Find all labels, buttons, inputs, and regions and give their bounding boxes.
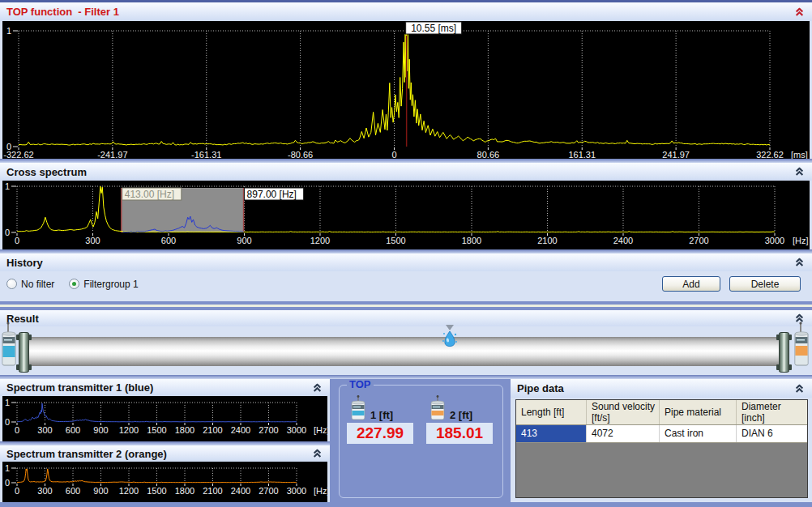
svg-text:2100: 2100	[203, 486, 222, 496]
leak-correlator-window: TOP function - Filter 1 10.55 [ms]-322.6…	[0, 0, 812, 507]
svg-text:2700: 2700	[259, 425, 278, 435]
distance-2-value: 185.01	[426, 423, 493, 444]
svg-text:2400: 2400	[613, 236, 633, 245]
column-header-pipe-material: Pipe material	[660, 400, 737, 424]
svg-text:600: 600	[66, 425, 80, 435]
svg-text:10.55 [ms]: 10.55 [ms]	[411, 23, 456, 34]
svg-text:1: 1	[5, 463, 10, 473]
collapse-spectrum1-icon[interactable]	[313, 383, 322, 392]
pipe-data-panel: Pipe data Length [ft] Sound velocity[ft/…	[511, 379, 812, 502]
cross-spectrum-chart[interactable]: 413.00 [Hz]897.00 [Hz]030060090012001500…	[2, 181, 810, 249]
radio-circle-checked	[69, 279, 79, 289]
top-function-chart[interactable]: 10.55 [ms]-322.62-241.97-161.31-80.66080…	[2, 21, 810, 159]
collapse-spectrum2-icon[interactable]	[313, 449, 322, 458]
cell-pipe-material[interactable]: Cast iron	[660, 425, 737, 442]
pipe-data-row[interactable]: 413 4072 Cast iron DIAN 6	[516, 425, 807, 443]
sensor-1-label: 1 [ft]	[370, 409, 393, 421]
svg-text:1200: 1200	[119, 425, 139, 435]
svg-text:1200: 1200	[119, 486, 139, 496]
history-controls: No filter Filtergroup 1 Add Delete	[0, 271, 812, 292]
svg-text:[Hz]: [Hz]	[314, 425, 327, 435]
cross-spectrum-header: Cross spectrum	[0, 163, 812, 181]
pipe-data-body: Length [ft] Sound velocity[ft/s] Pipe ma…	[511, 398, 812, 502]
spectrum1-header: Spectrum transmitter 1 (blue)	[0, 379, 330, 396]
add-button[interactable]: Add	[662, 276, 720, 292]
splitter-bar[interactable]	[0, 301, 812, 310]
column-header-sound-velocity: Sound velocity[ft/s]	[587, 400, 660, 424]
sensor-2-label: 2 [ft]	[450, 409, 472, 421]
svg-text:241.97: 241.97	[662, 150, 690, 159]
collapse-cross-spectrum-icon[interactable]	[795, 168, 804, 177]
svg-text:2700: 2700	[259, 486, 278, 496]
cross-spectrum-panel: Cross spectrum 413.00 [Hz]897.00 [Hz]030…	[0, 163, 812, 249]
spectrum-transmitter-1-panel: Spectrum transmitter 1 (blue) 0300600900…	[0, 379, 330, 441]
svg-text:3000: 3000	[765, 236, 784, 245]
svg-text:2100: 2100	[203, 425, 222, 435]
svg-text:[Hz]: [Hz]	[314, 486, 327, 496]
svg-text:80.66: 80.66	[477, 150, 500, 159]
svg-text:0: 0	[15, 236, 19, 245]
svg-text:-80.66: -80.66	[288, 150, 313, 159]
svg-text:0: 0	[5, 417, 10, 427]
collapse-top-function-icon[interactable]	[795, 7, 804, 16]
svg-text:322.62: 322.62	[756, 150, 784, 159]
transmitter-2-sensor-icon	[794, 322, 809, 367]
svg-text:1: 1	[5, 181, 10, 191]
spectrum1-chart[interactable]: 03006009001200150018002100240027003000[H…	[2, 396, 327, 441]
svg-text:300: 300	[85, 236, 100, 245]
svg-text:0: 0	[15, 425, 19, 435]
radio-circle	[6, 279, 17, 289]
svg-text:1800: 1800	[175, 486, 194, 496]
cell-length[interactable]: 413	[516, 425, 587, 442]
pipe-data-table: Length [ft] Sound velocity[ft/s] Pipe ma…	[515, 399, 808, 498]
transmitter-1-sensor-icon	[2, 322, 16, 367]
spectra-column: Spectrum transmitter 1 (blue) 0300600900…	[0, 379, 330, 502]
spectrum-transmitter-2-panel: Spectrum transmitter 2 (orange) 03006009…	[0, 445, 330, 502]
svg-text:1800: 1800	[462, 236, 481, 245]
top-result-area: TOP 1 [ft]	[330, 379, 511, 502]
radio-filtergroup-1[interactable]: Filtergroup 1	[69, 279, 138, 290]
result-pipe-view	[0, 326, 812, 375]
bottom-row: Spectrum transmitter 1 (blue) 0300600900…	[0, 379, 812, 502]
svg-text:0: 0	[6, 142, 11, 151]
pipe-graphic	[26, 337, 788, 366]
collapse-history-icon[interactable]	[795, 258, 804, 267]
svg-text:900: 900	[93, 425, 108, 435]
svg-text:[ms]: [ms]	[791, 150, 808, 159]
distance-1-value: 227.99	[347, 423, 413, 444]
svg-text:600: 600	[161, 236, 176, 245]
top-function-title: TOP function - Filter 1	[6, 6, 119, 18]
top-box-title: TOP	[347, 379, 374, 390]
top-function-panel: TOP function - Filter 1 10.55 [ms]-322.6…	[0, 2, 812, 159]
pipe-data-header: Pipe data	[511, 379, 812, 398]
svg-text:161.31: 161.31	[568, 150, 596, 159]
column-header-diameter: Diameter[inch]	[737, 400, 807, 424]
svg-text:-161.31: -161.31	[191, 150, 221, 159]
svg-text:1500: 1500	[147, 425, 166, 435]
svg-text:0: 0	[391, 150, 396, 159]
svg-text:900: 900	[237, 236, 251, 245]
cell-sound-velocity[interactable]: 4072	[587, 425, 660, 442]
svg-text:0: 0	[5, 478, 10, 488]
history-title: History	[6, 257, 43, 269]
radio-filtergroup-1-label: Filtergroup 1	[83, 279, 138, 290]
delete-button[interactable]: Delete	[729, 276, 801, 292]
svg-text:1: 1	[5, 398, 10, 407]
spectrum2-chart[interactable]: 03006009001200150018002100240027003000[H…	[2, 462, 327, 502]
cell-diameter[interactable]: DIAN 6	[737, 425, 807, 442]
svg-text:3000: 3000	[287, 486, 306, 496]
svg-text:900: 900	[93, 486, 108, 496]
collapse-pipe-data-icon[interactable]	[795, 384, 804, 393]
svg-text:-241.97: -241.97	[97, 150, 127, 159]
radio-no-filter[interactable]: No filter	[6, 279, 54, 290]
spectrum1-title: Spectrum transmitter 1 (blue)	[6, 381, 153, 394]
column-header-length: Length [ft]	[516, 400, 587, 424]
svg-text:1800: 1800	[175, 425, 194, 435]
svg-text:0: 0	[15, 486, 19, 496]
sensor-1-group: 1 [ft]	[350, 395, 366, 424]
svg-text:300: 300	[37, 425, 52, 435]
svg-text:0: 0	[5, 228, 10, 237]
svg-text:3000: 3000	[287, 425, 306, 435]
svg-text:300: 300	[37, 486, 52, 496]
sensor-2-group: 2 [ft]	[430, 395, 446, 424]
